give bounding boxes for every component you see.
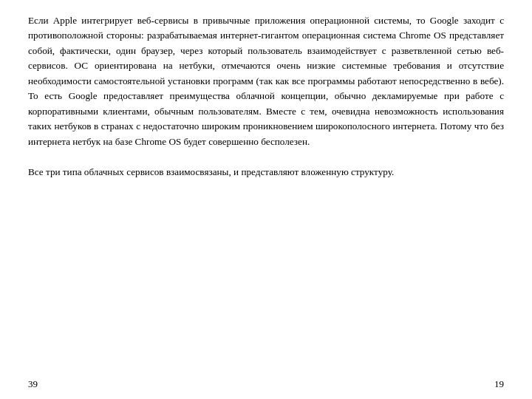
main-text: Если Apple интегрирует веб-сервисы в при… <box>28 13 504 180</box>
footer-page-number-right: 19 <box>494 378 504 390</box>
page-container: Если Apple интегрирует веб-сервисы в при… <box>0 0 532 399</box>
footer-page-number-left: 39 <box>28 378 38 390</box>
footer-area: 39 19 <box>0 374 532 399</box>
paragraph-1: Если Apple интегрирует веб-сервисы в при… <box>28 13 504 149</box>
paragraph-2: Все три типа облачных сервисов взаимосвя… <box>28 165 504 180</box>
content-area: Если Apple интегрирует веб-сервисы в при… <box>0 0 532 374</box>
